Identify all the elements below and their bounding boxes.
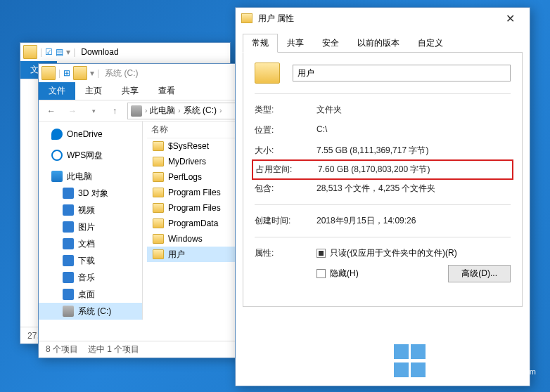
nav-back-button[interactable]: ← bbox=[43, 103, 60, 119]
file-name: 用户 bbox=[168, 249, 185, 261]
tab-general[interactable]: 常规 bbox=[243, 34, 278, 53]
sidebar-downloads[interactable]: 下载 bbox=[39, 252, 142, 269]
tab-security[interactable]: 安全 bbox=[313, 34, 348, 53]
sidebar-thispc[interactable]: 此电脑 bbox=[39, 168, 142, 185]
sidebar-wps[interactable]: WPS网盘 bbox=[39, 147, 142, 164]
address-text: 系统 (C:) bbox=[105, 67, 138, 79]
sidebar-pictures[interactable]: 图片 bbox=[39, 218, 142, 235]
file-name: $SysReset bbox=[168, 141, 209, 151]
file-name: Program Files bbox=[168, 188, 221, 197]
properties-dialog: 用户 属性 ✕ 常规 共享 安全 以前的版本 自定义 类型:文件夹 位置:C:\… bbox=[235, 7, 530, 386]
row-created: 创建时间:2018年9月15日，14:09:26 bbox=[255, 211, 511, 231]
video-icon bbox=[63, 204, 74, 216]
tab-previous[interactable]: 以前的版本 bbox=[348, 34, 409, 53]
nav-forward-button[interactable]: → bbox=[64, 103, 81, 119]
qat-divider: | bbox=[97, 68, 99, 78]
tab-customize[interactable]: 自定义 bbox=[409, 34, 452, 53]
qat-divider: | bbox=[73, 47, 75, 57]
folder-icon bbox=[153, 157, 164, 166]
separator bbox=[255, 237, 511, 237]
checkbox-hidden[interactable] bbox=[316, 269, 326, 278]
checkbox-readonly[interactable] bbox=[316, 249, 326, 258]
separator bbox=[255, 93, 511, 94]
tab-sharing[interactable]: 共享 bbox=[278, 34, 313, 53]
qat-app-icon: ⊞ bbox=[63, 68, 70, 78]
advanced-button[interactable]: 高级(D)... bbox=[448, 265, 511, 282]
readonly-checkbox-row[interactable]: 只读(仅应用于文件夹中的文件)(R) bbox=[316, 247, 511, 259]
row-type: 类型:文件夹 bbox=[255, 100, 511, 120]
watermark-url: www.win10xitong.com bbox=[435, 367, 537, 376]
qat-divider: | bbox=[58, 68, 60, 78]
nav-up-button[interactable]: ↑ bbox=[106, 103, 123, 119]
onedrive-icon bbox=[51, 129, 63, 140]
sidebar-onedrive[interactable]: OneDrive bbox=[39, 126, 142, 143]
downloads-icon bbox=[63, 255, 74, 266]
watermark: Win10之家 www.win10xitong.com bbox=[394, 344, 537, 378]
qat-dropdown-icon: ▾ bbox=[66, 47, 70, 57]
ribbon-home-tab[interactable]: 主页 bbox=[75, 82, 112, 100]
sidebar-3d[interactable]: 3D 对象 bbox=[39, 185, 142, 202]
quick-access-toolbar-bg: | ☑ ▤ ▾ | Download bbox=[20, 43, 230, 61]
qat-check-icon: ☑ bbox=[45, 47, 53, 57]
folder-name-input[interactable] bbox=[293, 65, 511, 81]
qat-divider: | bbox=[40, 47, 42, 57]
3d-icon bbox=[63, 188, 74, 199]
sidebar-documents[interactable]: 文档 bbox=[39, 235, 142, 252]
hidden-label: 隐藏(H) bbox=[330, 268, 359, 280]
watermark-title: Win10之家 bbox=[435, 346, 511, 367]
crumb-pc[interactable]: 此电脑 bbox=[150, 105, 175, 117]
row-size-on-disk: 占用空间:7.60 GB (8,170,803,200 字节) bbox=[252, 159, 513, 180]
folder-large-icon bbox=[255, 63, 280, 84]
dialog-body: 常规 共享 安全 以前的版本 自定义 类型:文件夹 位置:C:\ 大小:7.55… bbox=[236, 29, 530, 311]
sidebar-music[interactable]: 音乐 bbox=[39, 269, 142, 286]
drive-icon bbox=[63, 306, 74, 317]
nav-history-dropdown[interactable]: ▾ bbox=[85, 103, 102, 119]
property-tabs: 常规 共享 安全 以前的版本 自定义 bbox=[243, 33, 523, 53]
chevron-right-icon: › bbox=[178, 107, 180, 115]
chevron-right-icon: › bbox=[219, 107, 222, 115]
folder-icon bbox=[241, 13, 252, 23]
file-name: Program Files bbox=[168, 203, 221, 213]
pictures-icon bbox=[63, 221, 74, 233]
ribbon-view-tab[interactable]: 查看 bbox=[148, 82, 185, 100]
qat-dropdown-icon: ▾ bbox=[90, 68, 94, 78]
row-attributes: 属性: 只读(仅应用于文件夹中的文件)(R) 隐藏(H) 高级(D)... bbox=[255, 243, 511, 292]
status-items: 8 个项目 bbox=[46, 344, 78, 355]
crumb-drive[interactable]: 系统 (C:) bbox=[184, 105, 217, 117]
window-title: Download bbox=[81, 47, 118, 57]
tab-panel-general: 类型:文件夹 位置:C:\ 大小:7.55 GB (8,111,369,717 … bbox=[243, 53, 523, 307]
row-size: 大小:7.55 GB (8,111,369,717 字节) bbox=[255, 141, 511, 161]
desktop-icon bbox=[63, 289, 74, 300]
cloud-icon bbox=[51, 150, 63, 161]
drive-icon bbox=[131, 105, 142, 117]
sidebar-videos[interactable]: 视频 bbox=[39, 202, 142, 218]
separator bbox=[255, 204, 511, 205]
documents-icon bbox=[63, 238, 74, 249]
hidden-checkbox-row[interactable]: 隐藏(H) bbox=[316, 268, 359, 280]
file-name: PerfLogs bbox=[168, 172, 202, 182]
nav-sidebar: OneDrive WPS网盘 此电脑 3D 对象 视频 图片 文档 下载 音乐 … bbox=[39, 122, 143, 320]
folder-icon bbox=[153, 188, 164, 197]
music-icon bbox=[63, 272, 74, 283]
win10-logo-icon bbox=[394, 344, 428, 378]
folder-icon bbox=[153, 249, 164, 259]
folder-icon bbox=[153, 141, 164, 151]
dialog-title: 用户 属性 bbox=[258, 13, 496, 25]
close-button[interactable]: ✕ bbox=[496, 12, 524, 25]
folder-icon bbox=[153, 172, 164, 182]
folder-icon bbox=[153, 234, 164, 244]
folder-icon bbox=[23, 45, 37, 59]
ribbon-share-tab[interactable]: 共享 bbox=[112, 82, 148, 100]
sidebar-desktop[interactable]: 桌面 bbox=[39, 286, 142, 303]
readonly-label: 只读(仅应用于文件夹中的文件)(R) bbox=[330, 247, 457, 259]
row-contains: 包含:28,513 个文件，4,235 个文件夹 bbox=[255, 178, 511, 199]
file-name: MyDrivers bbox=[168, 157, 206, 166]
sidebar-cdrive[interactable]: 系统 (C:) bbox=[39, 303, 142, 320]
folder-icon bbox=[41, 66, 56, 80]
pc-icon bbox=[51, 171, 63, 182]
qat-save-icon: ▤ bbox=[56, 47, 63, 57]
chevron-right-icon: › bbox=[145, 107, 147, 115]
ribbon-file-tab[interactable]: 文件 bbox=[39, 82, 75, 100]
dialog-titlebar: 用户 属性 ✕ bbox=[236, 8, 530, 29]
file-name: ProgramData bbox=[168, 218, 218, 228]
